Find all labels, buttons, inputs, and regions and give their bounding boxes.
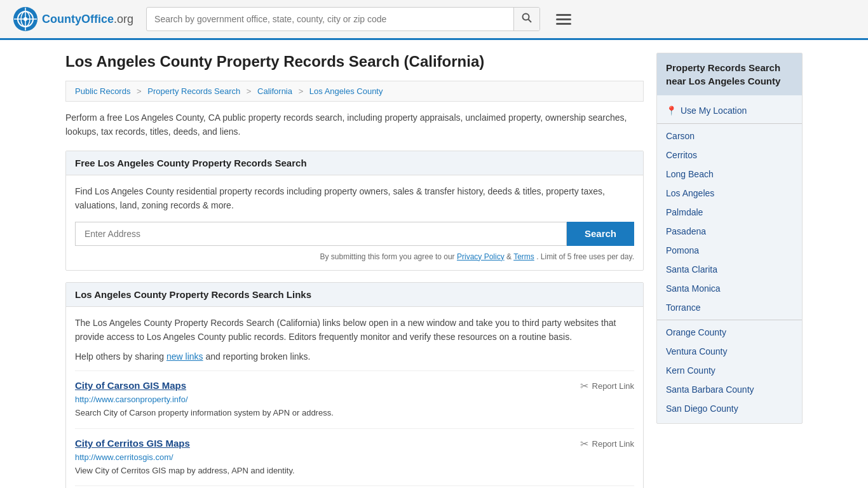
help-text: Help others by sharing: [75, 351, 164, 362]
sidebar-item-palmdale[interactable]: Palmdale: [657, 203, 802, 222]
page-description: Perform a free Los Angeles County, CA pu…: [65, 111, 644, 139]
sidebar-link-santa-clarita[interactable]: Santa Clarita: [666, 264, 717, 274]
page-title: Los Angeles County Property Records Sear…: [65, 53, 644, 71]
report-broken-text: and reporting broken links.: [205, 351, 310, 362]
sidebar-item-santa-clarita[interactable]: Santa Clarita: [657, 260, 802, 279]
main-container: Los Angeles County Property Records Sear…: [53, 40, 815, 488]
sidebar-list: 📍 Use My Location Carson Cerritos Long B…: [657, 95, 802, 423]
menu-bar-1: [556, 14, 571, 16]
sidebar-item-carson[interactable]: Carson: [657, 126, 802, 146]
breadcrumb-los-angeles-county[interactable]: Los Angeles County: [309, 86, 383, 96]
link-item-header-1: City of Cerritos GIS Maps ✂ Report Link: [75, 438, 634, 450]
sidebar-link-santa-barbara-county[interactable]: Santa Barbara County: [666, 384, 754, 395]
sidebar-item-santa-barbara-county[interactable]: Santa Barbara County: [657, 380, 802, 399]
sidebar-link-pomona[interactable]: Pomona: [666, 245, 699, 255]
address-input[interactable]: [75, 222, 567, 246]
sidebar-item-pomona[interactable]: Pomona: [657, 241, 802, 260]
sidebar: Property Records Search near Los Angeles…: [656, 53, 803, 488]
header-search-input[interactable]: [147, 9, 513, 29]
breadcrumb: Public Records > Property Records Search…: [65, 81, 644, 102]
privacy-policy-link[interactable]: Privacy Policy: [457, 252, 505, 261]
sidebar-box: Property Records Search near Los Angeles…: [656, 53, 803, 424]
sidebar-item-santa-monica[interactable]: Santa Monica: [657, 279, 802, 298]
links-description: The Los Angeles County Property Records …: [75, 316, 634, 344]
link-item-2: City of Long Beach City Maps ✂ Report Li…: [75, 485, 634, 488]
new-links-text: Help others by sharing new links and rep…: [75, 351, 634, 362]
sidebar-item-cerritos[interactable]: Cerritos: [657, 146, 802, 165]
free-search-body: Find Los Angeles County residential prop…: [66, 175, 643, 270]
logo-ext: .org: [114, 13, 133, 25]
svg-point-6: [523, 14, 529, 20]
free-search-section: Free Los Angeles County Property Records…: [65, 151, 644, 271]
sidebar-link-orange-county[interactable]: Orange County: [666, 327, 726, 337]
site-header: CountyOffice.org: [0, 0, 868, 40]
breadcrumb-public-records[interactable]: Public Records: [75, 86, 130, 96]
links-section: Los Angeles County Property Records Sear…: [65, 282, 644, 488]
sidebar-link-carson[interactable]: Carson: [666, 131, 695, 141]
sidebar-link-ventura-county[interactable]: Ventura County: [666, 346, 728, 356]
sidebar-item-los-angeles[interactable]: Los Angeles: [657, 184, 802, 203]
address-form: Search: [75, 222, 634, 246]
pin-icon: 📍: [666, 105, 677, 116]
form-disclaimer: By submitting this form you agree to our…: [75, 252, 634, 261]
breadcrumb-property-records-search[interactable]: Property Records Search: [147, 86, 240, 96]
link-item-url-0: http://www.carsonproperty.info/: [75, 395, 634, 404]
new-links-link[interactable]: new links: [166, 351, 203, 362]
sidebar-link-santa-monica[interactable]: Santa Monica: [666, 283, 721, 294]
sidebar-link-cerritos[interactable]: Cerritos: [666, 150, 697, 160]
sidebar-link-torrance[interactable]: Torrance: [666, 302, 700, 313]
menu-bar-3: [556, 23, 571, 25]
breadcrumb-california[interactable]: California: [257, 86, 292, 96]
sidebar-divider-top: [657, 123, 802, 124]
links-section-body: The Los Angeles County Property Records …: [66, 307, 643, 488]
logo-icon: [13, 6, 38, 32]
sidebar-item-kern-county[interactable]: Kern County: [657, 361, 802, 380]
report-link-btn-0[interactable]: ✂ Report Link: [580, 380, 634, 392]
link-item-1: City of Cerritos GIS Maps ✂ Report Link …: [75, 428, 634, 486]
sidebar-item-orange-county[interactable]: Orange County: [657, 323, 802, 342]
sidebar-link-palmdale[interactable]: Palmdale: [666, 207, 703, 217]
sidebar-link-kern-county[interactable]: Kern County: [666, 365, 715, 376]
svg-point-5: [24, 17, 27, 21]
logo[interactable]: CountyOffice.org: [13, 6, 133, 32]
disclaimer-text: By submitting this form you agree to our: [320, 252, 455, 261]
svg-line-7: [529, 20, 532, 23]
sidebar-use-location[interactable]: 📍 Use My Location: [657, 100, 802, 121]
sidebar-item-long-beach[interactable]: Long Beach: [657, 165, 802, 184]
hamburger-menu-button[interactable]: [553, 11, 574, 28]
use-my-location-link[interactable]: Use My Location: [681, 105, 747, 116]
link-item-header-0: City of Carson GIS Maps ✂ Report Link: [75, 380, 634, 392]
sidebar-link-san-diego-county[interactable]: San Diego County: [666, 403, 738, 414]
report-icon-1: ✂: [580, 438, 588, 450]
link-item-title-1[interactable]: City of Cerritos GIS Maps: [75, 438, 190, 449]
sidebar-divider-counties: [657, 320, 802, 320]
report-label-0: Report Link: [592, 381, 634, 391]
free-search-header: Free Los Angeles County Property Records…: [66, 151, 643, 175]
report-label-1: Report Link: [592, 439, 634, 449]
link-item-desc-1: View City of Cerritos GIS map by address…: [75, 464, 634, 477]
sidebar-item-pasadena[interactable]: Pasadena: [657, 222, 802, 241]
terms-link[interactable]: Terms: [513, 252, 534, 261]
links-section-header: Los Angeles County Property Records Sear…: [66, 283, 643, 307]
free-search-description: Find Los Angeles County residential prop…: [75, 184, 634, 213]
sidebar-link-los-angeles[interactable]: Los Angeles: [666, 188, 714, 198]
limit-text: . Limit of 5 free uses per day.: [536, 252, 634, 261]
breadcrumb-sep-3: >: [299, 86, 304, 96]
sidebar-item-torrance[interactable]: Torrance: [657, 298, 802, 317]
sidebar-title: Property Records Search near Los Angeles…: [657, 53, 802, 95]
header-search-bar: [146, 7, 540, 31]
sidebar-item-ventura-county[interactable]: Ventura County: [657, 342, 802, 361]
link-item-0: City of Carson GIS Maps ✂ Report Link ht…: [75, 370, 634, 428]
report-link-btn-1[interactable]: ✂ Report Link: [580, 438, 634, 450]
search-button[interactable]: Search: [567, 222, 634, 246]
header-search-button[interactable]: [513, 8, 539, 30]
breadcrumb-sep-2: >: [247, 86, 252, 96]
link-item-title-0[interactable]: City of Carson GIS Maps: [75, 380, 186, 391]
sidebar-link-long-beach[interactable]: Long Beach: [666, 169, 714, 179]
logo-wordmark: CountyOffice.org: [42, 13, 133, 26]
link-item-desc-0: Search City of Carson property informati…: [75, 407, 634, 419]
report-icon-0: ✂: [580, 380, 588, 392]
breadcrumb-sep-1: >: [137, 86, 142, 96]
sidebar-link-pasadena[interactable]: Pasadena: [666, 226, 706, 236]
sidebar-item-san-diego-county[interactable]: San Diego County: [657, 399, 802, 418]
